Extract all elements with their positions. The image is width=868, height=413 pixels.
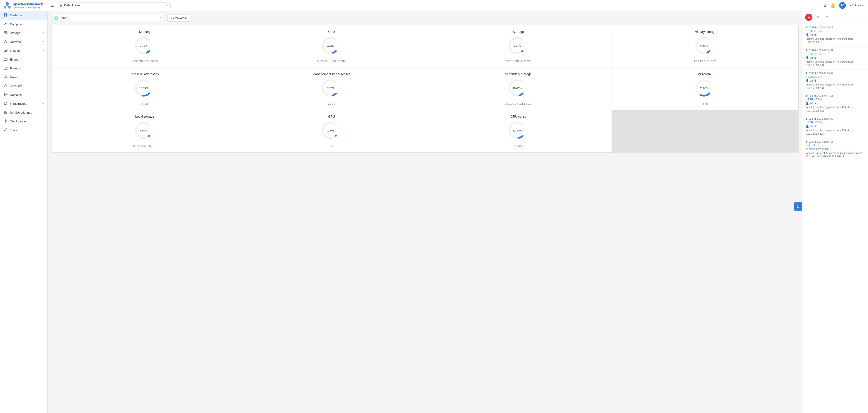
sidebar-item-tools[interactable]: Tools ▾ [0,126,48,135]
event-user[interactable]: 👤 admin [806,56,865,59]
sidebar-label-compute: Compute [10,23,22,26]
gauge-primary-storage: 6.98% [694,35,716,58]
metric-card-cpu-cores: CPU cores 11.84% 18 / 152 [425,110,612,152]
metric-card-memory: Memory 7.79% 18.00 GB / 231.09 GB [52,25,238,68]
sidebar-item-images[interactable]: Images ▾ [0,46,48,55]
gauge-public-ip: 19.05% [133,78,156,100]
view-selector[interactable]: ⊞ Default view ⊟ [57,2,170,8]
zone-bar: 🌐 Zone1 ▾ Fetch latest [51,14,799,22]
gauge-svg: 9.52% [320,78,341,98]
sidebar-label-service-offerings: Service offerings [10,111,32,114]
right-panel: ▶ ⚑ ☰ 03 Feb 2023 21:06:27 USER.LOGIN 👤 … [802,0,868,413]
sidebar-label-roles: Roles [10,75,18,79]
event-type[interactable]: USER.LOGIN [806,30,865,33]
svg-point-25 [5,84,6,86]
gauge-svg: 7.79% [133,35,154,56]
metric-sub-storage: 170.24 GB / 8.57 TB [506,60,531,63]
storage-chevron-icon: ▾ [42,32,44,34]
gauge-svg: 9.52% [320,35,341,56]
settings-fab[interactable]: ⚙ [794,202,802,211]
topbar: apachecloudstack open source cloud compu… [0,0,868,11]
metric-sub-cpu-cores: 18 / 152 [513,145,523,148]
event-type[interactable]: USER.LOGIN [806,121,865,124]
tools-icon [4,128,8,132]
svg-point-11 [6,32,7,32]
svg-rect-31 [6,111,7,112]
event-desc: (admin) user has logged in from IP Addre… [806,129,865,136]
event-type[interactable]: VM.START [806,144,865,147]
panel-icon-3[interactable]: ☰ [823,13,831,21]
fetch-latest-button[interactable]: Fetch latest [167,14,190,22]
sidebar-label-images: Images [10,49,20,53]
event-type[interactable]: USER.LOGIN [806,53,865,56]
avatar[interactable]: AC [839,2,846,9]
gauge-svg: 1.94% [507,35,527,56]
event-user[interactable]: 🖥 Win10Pro-22H2 [806,147,865,151]
screen-icon[interactable]: 🖥 [823,3,827,8]
gauge-svg: 19.05% [133,78,154,98]
event-dot [806,72,807,74]
event-user[interactable]: 👤 admin [806,125,865,128]
svg-rect-6 [6,13,7,15]
admin-label: admin cloud [849,4,865,7]
svg-rect-8 [6,15,7,16]
event-item: 02 Feb 2023 21:58:39 USER.LOGIN 👤 admin … [802,115,868,138]
event-time: 03 Feb 2023 02:04:51 [806,49,865,52]
event-type[interactable]: USER.LOGIN [806,75,865,78]
zone-selector[interactable]: 🌐 Zone1 ▾ [51,15,165,21]
metric-sub-management-ip: 2 / 21 [328,102,335,105]
sidebar-item-domains[interactable]: Domains [0,91,48,99]
user-icon: 👤 [806,125,809,128]
sidebar-item-accounts[interactable]: Accounts [0,81,48,91]
svg-rect-29 [5,104,6,105]
sidebar-label-accounts: Accounts [10,84,22,88]
svg-rect-15 [6,42,7,43]
sidebar-item-storage[interactable]: Storage ▾ [0,29,48,37]
event-desc: (admin) user has logged in from IP Addre… [806,106,865,113]
zone-name: Zone1 [60,16,68,20]
sidebar-item-compute[interactable]: Compute ▾ [0,20,48,29]
metric-title-local-storage: Local storage [135,115,154,118]
panel-icon-2[interactable]: ⚑ [814,13,822,21]
activity-panel-btn[interactable]: ▶ [805,13,812,21]
sidebar-item-network[interactable]: Network ▾ [0,37,48,46]
events-list: 03 Feb 2023 21:06:27 USER.LOGIN 👤 admin … [802,24,868,161]
sidebar-item-service-offerings[interactable]: Service offerings ▾ [0,108,48,117]
sidebar-item-events[interactable]: Events [0,55,48,64]
event-type[interactable]: USER.LOGIN [806,98,865,101]
bell-icon[interactable]: 🔔 [830,3,835,8]
svg-line-16 [4,41,6,42]
gauge-memory: 7.79% [133,35,156,58]
sidebar-label-infrastructure: Infrastructure [10,102,27,105]
event-user[interactable]: 👤 admin [806,79,865,82]
event-user[interactable]: 👤 admin [806,102,865,105]
event-time: 03 Feb 2023 21:06:27 [806,26,865,29]
sidebar-item-roles[interactable]: Roles [0,73,48,81]
event-item: 03 Feb 2023 21:06:27 USER.LOGIN 👤 admin … [802,24,868,47]
metric-sub-gpu: 0 / 0 [329,145,334,148]
gauge-svg: 11.84% [507,120,527,141]
svg-text:25.00%: 25.00% [700,87,709,90]
sidebar-label-network: Network [10,40,21,43]
metric-title-memory: Memory [139,30,151,34]
event-time: 02 Feb 2023 23:01:51 [806,95,865,97]
event-item: 02 Feb 2023 23:01:51 USER.LOGIN 👤 admin … [802,92,868,115]
view-selector-icon: ⊟ [166,4,168,7]
metric-title-primary-storage: Primary storage [694,30,716,34]
sidebar-item-configuration[interactable]: Configuration ▾ [0,117,48,126]
event-item: 03 Feb 2023 02:04:51 USER.LOGIN 👤 admin … [802,47,868,70]
sidebar-item-projects[interactable]: Projects [0,64,48,73]
svg-rect-33 [6,112,7,113]
right-panel-header: ▶ ⚑ ☰ [802,11,868,24]
menu-icon[interactable]: ☰ [51,3,55,8]
sidebar-item-infrastructure[interactable]: Infrastructure ▾ [0,99,48,108]
event-dot [806,27,807,28]
sidebar-item-dashboard[interactable]: Dashboard [0,11,48,20]
event-user[interactable]: 👤 admin [806,33,865,36]
metric-title-secondary-storage: Secondary storage [505,72,532,76]
svg-text:10.65%: 10.65% [513,87,522,90]
event-desc: (admin) Successfully completed starting … [806,151,865,159]
metric-card-gpu: GPU 0.00% 0 / 0 [238,110,425,152]
panel-icon-3-icon: ☰ [826,15,828,19]
metric-card-cpu: CPU 9.52% 34.20 GHz / 359.20 GHz [238,25,425,68]
